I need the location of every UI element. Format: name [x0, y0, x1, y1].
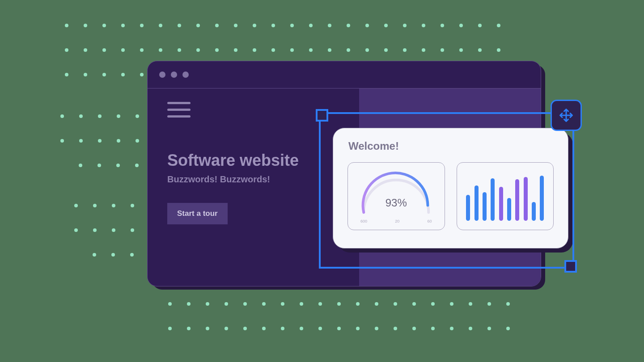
svg-point-57: [79, 114, 83, 118]
svg-point-39: [347, 48, 350, 52]
svg-point-72: [112, 204, 115, 207]
move-arrows-icon: [558, 107, 574, 123]
svg-point-66: [79, 164, 82, 167]
svg-point-17: [384, 24, 388, 27]
svg-point-34: [253, 48, 256, 52]
svg-point-110: [356, 327, 360, 330]
svg-point-101: [187, 327, 191, 330]
traffic-light-icon: [182, 72, 189, 78]
svg-point-96: [450, 302, 453, 306]
svg-point-67: [97, 164, 101, 167]
svg-point-29: [159, 48, 162, 52]
svg-point-56: [60, 114, 64, 118]
svg-point-22: [478, 24, 482, 27]
svg-point-32: [215, 48, 219, 52]
bar: [532, 202, 536, 221]
svg-point-33: [234, 48, 237, 52]
svg-point-45: [459, 48, 463, 52]
selection-handle-top-left[interactable]: [316, 109, 328, 122]
svg-point-65: [136, 139, 139, 143]
svg-point-64: [117, 139, 120, 143]
svg-point-1: [84, 24, 87, 27]
bar: [466, 195, 470, 221]
svg-point-50: [102, 73, 106, 76]
svg-point-115: [450, 327, 453, 330]
svg-point-109: [337, 327, 341, 330]
svg-point-59: [117, 114, 120, 118]
svg-point-99: [506, 302, 510, 306]
svg-point-81: [168, 302, 172, 306]
svg-point-87: [281, 302, 284, 306]
svg-point-16: [365, 24, 369, 27]
svg-point-79: [111, 253, 115, 257]
svg-point-14: [328, 24, 331, 27]
svg-point-43: [422, 48, 425, 52]
svg-point-19: [422, 24, 425, 27]
svg-point-8: [215, 24, 219, 27]
svg-point-6: [178, 24, 181, 27]
svg-point-4: [140, 24, 144, 27]
bar-panel: [457, 162, 554, 230]
svg-point-107: [300, 327, 303, 330]
hamburger-menu-icon[interactable]: [167, 102, 191, 122]
svg-point-104: [243, 327, 247, 330]
svg-point-108: [318, 327, 322, 330]
move-tool-button[interactable]: [551, 100, 582, 131]
svg-point-10: [253, 24, 256, 27]
svg-point-25: [84, 48, 87, 52]
svg-point-51: [121, 73, 125, 76]
svg-point-15: [347, 24, 350, 27]
svg-point-36: [290, 48, 294, 52]
svg-point-90: [337, 302, 341, 306]
svg-point-88: [300, 302, 303, 306]
selection-handle-bottom-right[interactable]: [564, 260, 577, 273]
svg-point-18: [403, 24, 407, 27]
svg-point-106: [281, 327, 284, 330]
svg-point-49: [84, 73, 87, 76]
svg-point-114: [431, 327, 435, 330]
svg-point-42: [403, 48, 407, 52]
svg-point-85: [243, 302, 247, 306]
bar: [515, 179, 519, 221]
dashboard-card-title: Welcome!: [348, 140, 568, 152]
svg-point-48: [65, 73, 68, 76]
svg-point-117: [487, 327, 491, 330]
svg-point-84: [225, 302, 228, 306]
svg-point-40: [365, 48, 369, 52]
svg-point-37: [309, 48, 313, 52]
svg-point-116: [469, 327, 472, 330]
svg-point-105: [262, 327, 266, 330]
svg-point-9: [234, 24, 237, 27]
hero-subtitle: Buzzwords! Buzzwords!: [167, 174, 299, 185]
svg-point-46: [478, 48, 482, 52]
svg-point-91: [356, 302, 360, 306]
start-tour-button[interactable]: Start a tour: [167, 203, 228, 224]
svg-point-44: [441, 48, 444, 52]
svg-point-28: [140, 48, 144, 52]
svg-point-11: [271, 24, 275, 27]
bar: [491, 178, 495, 221]
svg-point-112: [394, 327, 397, 330]
traffic-light-icon: [171, 72, 177, 78]
svg-point-73: [131, 204, 134, 207]
bar-chart: [457, 163, 554, 230]
svg-point-82: [187, 302, 191, 306]
svg-point-83: [206, 302, 209, 306]
svg-point-38: [328, 48, 331, 52]
svg-point-74: [74, 228, 78, 232]
svg-point-21: [459, 24, 463, 27]
svg-point-86: [262, 302, 266, 306]
svg-point-103: [225, 327, 228, 330]
svg-point-0: [65, 24, 68, 27]
svg-point-63: [98, 139, 102, 143]
svg-point-68: [116, 164, 120, 167]
svg-point-98: [487, 302, 491, 306]
svg-point-113: [412, 327, 416, 330]
bar: [475, 185, 479, 221]
bar: [524, 177, 528, 221]
traffic-light-icon: [159, 72, 165, 78]
hero-title: Software website: [167, 151, 299, 170]
svg-point-58: [98, 114, 102, 118]
svg-point-23: [497, 24, 500, 27]
svg-point-27: [121, 48, 125, 52]
